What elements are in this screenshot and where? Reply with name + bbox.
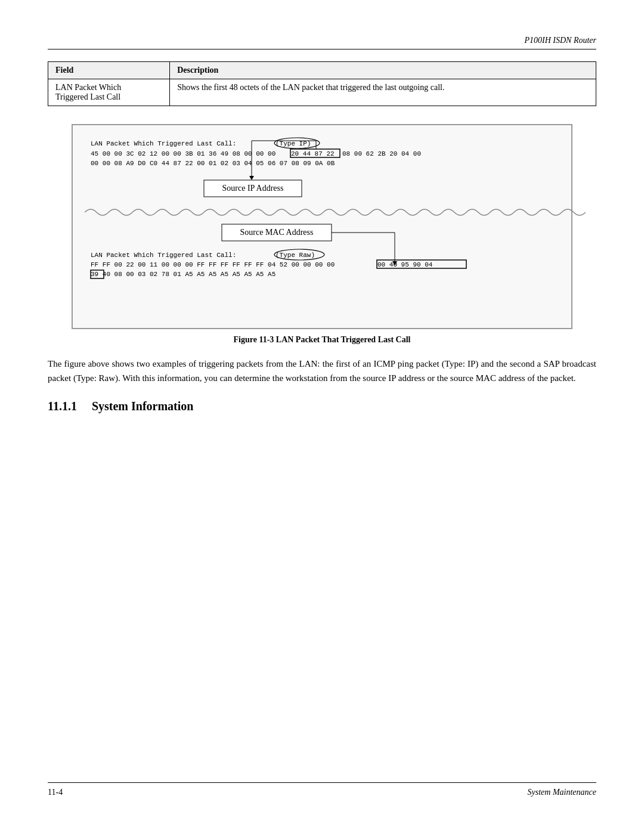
packet1-line2-cont: 08 00 62 2B 20 04 00 [342,150,421,157]
packet1-label: LAN Packet Which Triggered Last Call: [91,140,236,147]
arrow-head-1 [249,176,254,180]
source-mac-label: Source MAC Address [240,228,314,237]
svg-text:(Type IP): (Type IP) [275,140,311,147]
wavy-line [85,209,586,215]
figure-diagram: LAN Packet Which Triggered Last Call: (T… [85,135,586,314]
col-field-header: Field [48,62,170,79]
figure-inner: LAN Packet Which Triggered Last Call: (T… [85,135,559,316]
col-description-header: Description [170,62,596,79]
figure-caption: Figure 11-3 LAN Packet That Triggered La… [48,335,596,345]
header-title: P100IH ISDN Router [524,36,596,45]
packet1-line3: 00 00 08 A9 D0 C0 44 87 22 00 01 02 03 0… [91,160,335,167]
footer-page: 11-4 [48,788,63,797]
page-header: P100IH ISDN Router [48,36,596,49]
table-row: LAN Packet WhichTriggered Last Call Show… [48,79,596,106]
packet2-highlight: 00 40 95 90 04 [377,261,433,268]
page-container: P100IH ISDN Router Field Description LAN… [0,0,644,833]
section-number: 11.1.1 [48,400,77,413]
source-ip-label: Source IP Address [222,184,284,193]
table-cell-description: Shows the first 48 octets of the LAN pac… [170,79,596,106]
body-paragraph: The figure above shows two examples of t… [48,357,596,385]
info-table: Field Description LAN Packet WhichTrigge… [48,61,596,106]
section-title: System Information [92,400,194,413]
packet1-line2: 45 00 00 3C 02 12 00 00 3B 01 36 49 08 0… [91,150,275,157]
table-cell-field: LAN Packet WhichTriggered Last Call [48,79,170,106]
page-footer: 11-4 System Maintenance [48,782,596,797]
packet1-highlight: 20 44 87 22 [291,150,335,157]
svg-text:(Type Raw): (Type Raw) [275,252,315,259]
footer-section: System Maintenance [528,788,596,797]
figure-container: LAN Packet Which Triggered Last Call: (T… [72,124,572,329]
caption-text: Figure 11-3 LAN Packet That Triggered La… [234,335,411,344]
packet2-line2: FF FF 00 22 00 11 00 00 00 FF FF FF FF F… [91,261,335,268]
packet2-line3: 39 40 08 00 03 02 78 01 A5 A5 A5 A5 A5 A… [91,271,275,278]
packet2-label: LAN Packet Which Triggered Last Call: [91,252,236,259]
section-heading: 11.1.1 System Information [48,400,596,413]
